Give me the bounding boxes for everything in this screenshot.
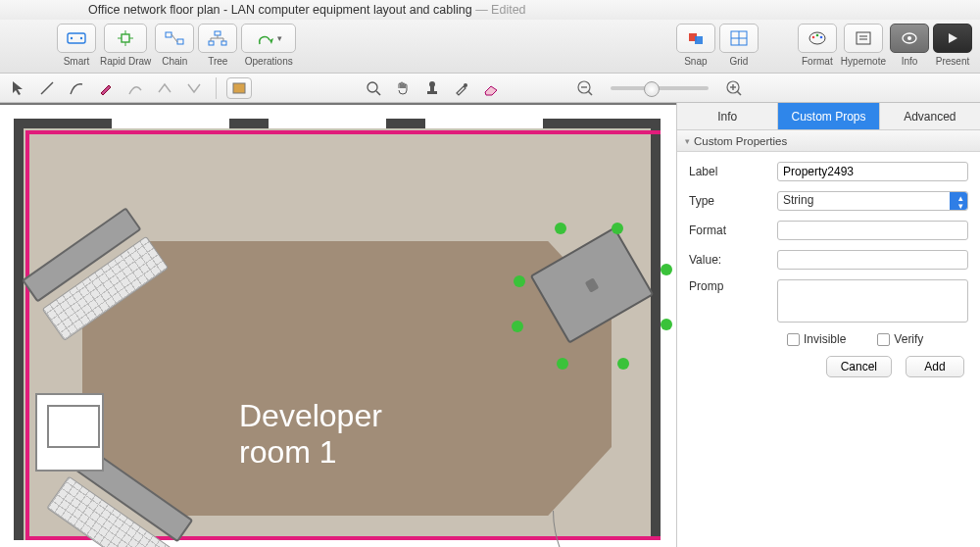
- svg-rect-32: [233, 83, 245, 93]
- stamp-tool[interactable]: [420, 77, 444, 99]
- svg-line-31: [41, 82, 53, 94]
- resize-handle[interactable]: [617, 358, 629, 370]
- snap-button[interactable]: [676, 24, 715, 53]
- custom-properties-section[interactable]: Custom Properties: [677, 130, 980, 152]
- verify-checkbox[interactable]: Verify: [877, 332, 923, 346]
- drawing-canvas[interactable]: Developer room 1: [0, 103, 676, 547]
- label-field[interactable]: [777, 162, 968, 181]
- svg-rect-0: [68, 33, 85, 43]
- printer-shape[interactable]: [35, 393, 104, 472]
- svg-line-42: [588, 91, 592, 95]
- prompt-field[interactable]: [777, 279, 968, 323]
- format-label: Format: [689, 224, 777, 237]
- shape-toolstrip: [0, 74, 980, 103]
- resize-handle[interactable]: [512, 321, 523, 332]
- smart-label: Smart: [64, 56, 90, 67]
- grid-button[interactable]: [719, 24, 759, 53]
- eraser-tool[interactable]: [479, 77, 503, 99]
- svg-marker-39: [485, 86, 497, 95]
- svg-rect-11: [215, 31, 220, 35]
- svg-rect-12: [209, 41, 214, 45]
- resize-handle[interactable]: [557, 358, 568, 370]
- svg-rect-13: [221, 41, 226, 45]
- present-label: Present: [936, 56, 969, 67]
- type-label: Type: [689, 194, 777, 208]
- svg-point-22: [816, 34, 819, 37]
- svg-rect-8: [166, 32, 172, 37]
- svg-marker-29: [949, 33, 957, 43]
- smart-button[interactable]: [57, 24, 96, 53]
- operations-button[interactable]: ▾: [241, 24, 296, 53]
- resize-handle[interactable]: [661, 264, 672, 275]
- svg-line-46: [737, 91, 741, 95]
- info-button[interactable]: [890, 24, 929, 53]
- format-label: Format: [802, 56, 833, 67]
- chain-label: Chain: [162, 56, 187, 67]
- window-title: Office network floor plan - LAN computer…: [88, 3, 472, 17]
- info-label: Info: [902, 56, 918, 67]
- format-field[interactable]: [777, 221, 968, 240]
- svg-point-28: [907, 36, 911, 40]
- chain-button[interactable]: [155, 24, 194, 53]
- zoom-in-button[interactable]: [722, 77, 746, 99]
- value-field[interactable]: [777, 250, 968, 270]
- tab-info[interactable]: Info: [677, 103, 778, 129]
- window-titlebar: Office network floor plan - LAN computer…: [0, 0, 980, 20]
- hypernote-label: Hypernote: [841, 56, 886, 67]
- tab-advanced[interactable]: Advanced: [880, 103, 980, 129]
- svg-rect-24: [857, 32, 870, 44]
- eyedropper-tool[interactable]: [450, 77, 473, 99]
- grid-label: Grid: [729, 56, 748, 67]
- tree-label: Tree: [208, 56, 227, 67]
- svg-point-38: [464, 83, 467, 87]
- svg-line-34: [376, 91, 380, 95]
- connector-1-tool[interactable]: [123, 77, 147, 99]
- hand-tool[interactable]: [391, 77, 415, 99]
- svg-point-1: [71, 37, 73, 39]
- resize-handle[interactable]: [612, 223, 623, 234]
- snap-label: Snap: [684, 56, 707, 67]
- zoom-tool[interactable]: [362, 77, 385, 99]
- door-shape[interactable]: [553, 511, 661, 547]
- tree-button[interactable]: [198, 24, 237, 53]
- label-label: Label: [689, 165, 777, 178]
- svg-rect-3: [122, 34, 129, 42]
- rapid-draw-label: Rapid Draw: [100, 56, 151, 67]
- fill-tool[interactable]: [226, 77, 252, 99]
- main-toolbar: Smart Rapid Draw Chain Tree ▾ Operat: [0, 20, 980, 74]
- selected-laptop[interactable]: [514, 226, 670, 373]
- svg-marker-30: [13, 81, 23, 95]
- pen-tool[interactable]: [94, 77, 118, 99]
- line-tool[interactable]: [35, 77, 59, 99]
- zoom-slider[interactable]: [611, 86, 709, 90]
- type-select[interactable]: String ▴▾: [777, 191, 968, 211]
- hypernote-button[interactable]: [844, 24, 883, 53]
- zoom-out-button[interactable]: [573, 77, 597, 99]
- svg-point-23: [820, 36, 823, 39]
- resize-handle[interactable]: [661, 319, 672, 330]
- inspector-panel: Info Custom Props Advanced Custom Proper…: [676, 103, 980, 547]
- connector-3-tool[interactable]: [182, 77, 206, 99]
- present-button[interactable]: [933, 24, 972, 53]
- curve-tool[interactable]: [65, 77, 88, 99]
- resize-handle[interactable]: [514, 275, 525, 287]
- connector-2-tool[interactable]: [153, 77, 176, 99]
- pointer-tool[interactable]: [6, 77, 29, 99]
- svg-rect-9: [177, 39, 183, 44]
- svg-point-33: [368, 82, 377, 92]
- edited-indicator: — Edited: [475, 3, 525, 17]
- svg-point-21: [812, 36, 815, 39]
- rapid-draw-button[interactable]: [104, 24, 147, 53]
- cancel-button[interactable]: Cancel: [826, 356, 892, 377]
- format-button[interactable]: [798, 24, 837, 53]
- prompt-label: Promp: [689, 279, 777, 293]
- invisible-checkbox[interactable]: Invisible: [787, 332, 846, 346]
- operations-label: Operations: [245, 56, 293, 67]
- add-button[interactable]: Add: [906, 356, 964, 377]
- laptop-icon: [530, 226, 655, 343]
- tab-custom-props[interactable]: Custom Props: [778, 103, 879, 129]
- svg-rect-35: [427, 91, 437, 94]
- svg-line-10: [172, 34, 177, 42]
- svg-marker-14: [270, 38, 273, 44]
- resize-handle[interactable]: [555, 223, 566, 234]
